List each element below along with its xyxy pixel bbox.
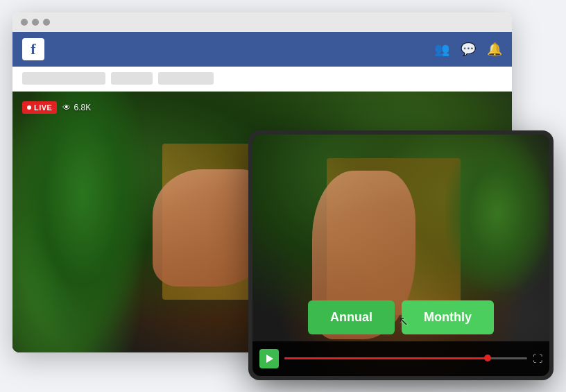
window-dot-1: [21, 19, 28, 26]
progress-fill: [284, 357, 491, 359]
messenger-icon[interactable]: 💬: [461, 42, 476, 57]
header-icons: 👥 💬 🔔: [434, 42, 502, 57]
window-chrome: [12, 12, 512, 32]
live-badge: LIVE 👁 6.8K: [22, 101, 91, 114]
eye-icon: 👁: [62, 103, 71, 112]
herbs-overlay: [12, 92, 153, 352]
nav-stub-1: [22, 72, 105, 85]
cursor-icon: ↖: [398, 314, 409, 329]
facebook-logo: f: [22, 38, 44, 60]
view-count: 👁 6.8K: [62, 103, 91, 112]
facebook-header: f 👥 💬 🔔: [12, 32, 512, 67]
window-dot-3: [43, 19, 50, 26]
progress-thumb: [484, 355, 491, 361]
play-button[interactable]: [259, 349, 279, 368]
tablet-screen: Annual Monthly ↖ ⛶: [252, 135, 549, 376]
friends-icon[interactable]: 👥: [434, 42, 449, 57]
nav-stub-2: [111, 72, 153, 85]
live-indicator-dot: [27, 105, 31, 110]
play-icon: [266, 355, 273, 363]
window-dot-2: [32, 19, 39, 26]
tablet-device: Annual Monthly ↖ ⛶: [248, 130, 554, 380]
live-pill: LIVE: [22, 101, 57, 114]
fullscreen-button[interactable]: ⛶: [533, 353, 542, 364]
progress-bar[interactable]: [284, 357, 527, 359]
facebook-nav: [12, 67, 512, 92]
annual-button[interactable]: Annual: [308, 300, 395, 334]
monthly-button[interactable]: Monthly: [402, 300, 494, 334]
tablet-broccoli: [445, 135, 549, 291]
tablet-video-content: [252, 135, 549, 376]
nav-stub-3: [158, 72, 214, 85]
notifications-icon[interactable]: 🔔: [487, 42, 502, 57]
tablet-controls-bar: ⛶: [252, 341, 549, 376]
